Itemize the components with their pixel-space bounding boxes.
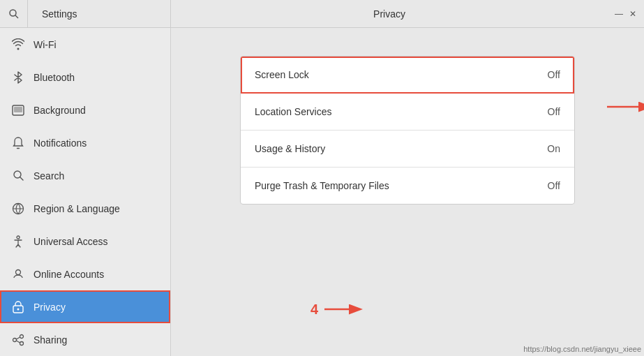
content-area: Screen Lock Off Location Services Off Us…	[171, 28, 644, 356]
svg-point-12	[13, 338, 17, 341]
window-controls: — ✕	[608, 8, 644, 20]
svg-line-5	[20, 177, 23, 181]
sidebar-item-bluetooth-label: Bluetooth	[33, 72, 75, 83]
location-services-value: Off	[548, 106, 560, 117]
svg-point-13	[20, 341, 24, 345]
purge-trash-row[interactable]: Purge Trash & Temporary Files Off	[241, 168, 574, 204]
usage-history-row[interactable]: Usage & History On	[241, 131, 574, 168]
usage-history-label: Usage & History	[255, 143, 325, 154]
wifi-icon	[11, 38, 25, 52]
location-services-row[interactable]: Location Services Off	[241, 94, 574, 131]
svg-line-15	[17, 341, 20, 343]
annotation-4: 4	[310, 299, 370, 320]
sidebar-item-online-accounts-label: Online Accounts	[33, 269, 104, 280]
arrow-5-svg	[604, 96, 644, 117]
purge-trash-value: Off	[548, 180, 560, 191]
search-icon	[8, 8, 20, 20]
screen-lock-value: Off	[548, 69, 560, 80]
sidebar-item-search[interactable]: Search	[0, 159, 170, 192]
svg-line-14	[17, 337, 20, 339]
svg-point-8	[16, 269, 21, 274]
close-button[interactable]: ✕	[627, 8, 638, 20]
titlebar: Settings Privacy — ✕	[0, 0, 644, 28]
sidebar-item-sharing-label: Sharing	[33, 334, 67, 346]
main-layout: Wi-Fi Bluetooth Background	[0, 28, 644, 356]
annotation-5: 5	[604, 96, 644, 117]
sidebar-item-background-label: Background	[33, 105, 86, 116]
svg-line-1	[15, 15, 18, 18]
svg-point-0	[10, 10, 16, 16]
online-accounts-icon	[11, 267, 25, 281]
usage-history-value: On	[547, 143, 560, 154]
screen-lock-label: Screen Lock	[255, 69, 309, 80]
search-sidebar-icon	[11, 169, 25, 183]
notifications-icon	[11, 136, 25, 150]
sidebar-item-wifi[interactable]: Wi-Fi	[0, 28, 170, 61]
sidebar-item-wifi-label: Wi-Fi	[33, 39, 57, 50]
location-services-label: Location Services	[255, 106, 332, 117]
minimize-button[interactable]: —	[613, 8, 624, 20]
sidebar: Wi-Fi Bluetooth Background	[0, 28, 171, 356]
screen-lock-row[interactable]: Screen Lock Off	[241, 57, 574, 94]
sidebar-item-universal-access[interactable]: Universal Access	[0, 225, 170, 258]
purge-trash-label: Purge Trash & Temporary Files	[255, 180, 389, 191]
svg-point-11	[20, 334, 24, 338]
sidebar-item-background[interactable]: Background	[0, 94, 170, 126]
search-button[interactable]	[0, 0, 28, 28]
settings-title: Settings	[28, 0, 171, 27]
bluetooth-icon	[11, 71, 25, 84]
sidebar-item-sharing[interactable]: Sharing	[0, 323, 170, 356]
arrow-4-svg	[321, 299, 370, 320]
svg-rect-3	[14, 107, 22, 112]
sidebar-item-online-accounts[interactable]: Online Accounts	[0, 258, 170, 290]
annotation-4-label: 4	[310, 302, 318, 318]
sidebar-item-notifications-label: Notifications	[33, 138, 87, 149]
background-icon	[11, 103, 25, 117]
sidebar-item-region[interactable]: Region & Language	[0, 192, 170, 225]
sidebar-item-universal-access-label: Universal Access	[33, 236, 108, 247]
privacy-icon	[11, 300, 25, 314]
watermark: https://blog.csdn.net/jiangyu_xieee	[523, 345, 641, 353]
sidebar-item-notifications[interactable]: Notifications	[0, 126, 170, 159]
sharing-icon	[11, 333, 25, 347]
sidebar-item-region-label: Region & Language	[33, 203, 120, 214]
svg-point-10	[17, 308, 20, 310]
page-title: Privacy	[171, 8, 608, 20]
privacy-settings-panel: Screen Lock Off Location Services Off Us…	[240, 56, 575, 205]
sidebar-item-privacy[interactable]: Privacy	[0, 290, 170, 323]
sidebar-item-search-label: Search	[33, 170, 64, 181]
region-icon	[11, 202, 25, 216]
sidebar-item-privacy-label: Privacy	[33, 302, 66, 313]
universal-access-icon	[11, 235, 25, 249]
svg-point-7	[17, 236, 20, 239]
sidebar-item-bluetooth[interactable]: Bluetooth	[0, 61, 170, 94]
